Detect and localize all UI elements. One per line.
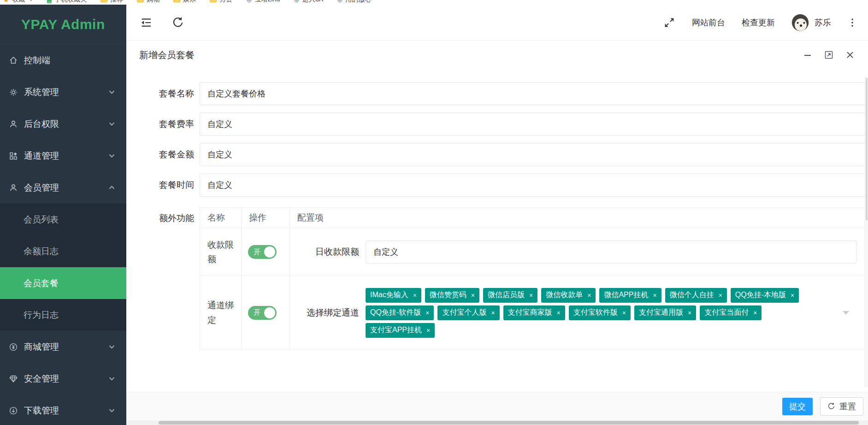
refresh-icon[interactable] (172, 17, 184, 29)
channel-tag[interactable]: 微信APP挂机× (599, 288, 661, 303)
bookmark-item[interactable]: ⊕ 用的放心 (337, 0, 372, 4)
tag-remove-icon[interactable]: × (471, 292, 475, 299)
sidebar-item-label: 安全管理 (24, 373, 108, 385)
sidebar-item-system[interactable]: 系统管理 (0, 76, 126, 108)
bookmark-item[interactable]: 推荐 (100, 0, 123, 4)
channel-binding-toggle[interactable]: 开 (248, 306, 277, 320)
tag-remove-icon[interactable]: × (557, 309, 561, 317)
check-update-link[interactable]: 检查更新 (742, 17, 775, 28)
sidebar-item-members[interactable]: 会员管理 (0, 172, 126, 204)
package-rate-input[interactable] (200, 113, 865, 136)
sidebar-item-behavior-log[interactable]: 行为日志 (0, 299, 126, 331)
package-time-input[interactable] (200, 174, 865, 197)
sidebar-item-downloads[interactable]: 下载管理 (0, 395, 126, 425)
field-label-package-amount: 套餐金额 (159, 149, 194, 161)
channel-tag[interactable]: QQ免挂-本地版× (731, 288, 799, 303)
tag-remove-icon[interactable]: × (719, 292, 722, 299)
maximize-icon[interactable] (824, 50, 834, 60)
package-amount-input[interactable] (200, 143, 865, 166)
package-name-input[interactable] (200, 82, 865, 105)
sidebar-item-security[interactable]: 安全管理 (0, 363, 126, 395)
table-row-channel-binding: 通道绑定 开 选择绑定通道 (200, 276, 865, 350)
channel-tag[interactable]: 微信赞赏码× (425, 288, 479, 303)
tag-remove-icon[interactable]: × (622, 309, 626, 317)
channel-tag[interactable]: 微信收款单× (541, 288, 596, 303)
chevron-down-icon (108, 152, 115, 159)
tag-remove-icon[interactable]: × (791, 292, 794, 299)
browser-bookmarks-bar: ★ 收藏 ▼ 手机收藏夹 推荐 购物 娱乐 办公 ⊕ 宝塔Linu ⊕ (0, 0, 868, 5)
close-icon[interactable] (845, 50, 855, 60)
chevron-down-icon (108, 120, 115, 127)
phone-icon (47, 0, 52, 3)
tag-remove-icon[interactable]: × (653, 292, 656, 299)
sidebar-item-label: 后台权限 (24, 118, 108, 130)
folder-icon (137, 0, 144, 2)
bookmark-label: 娱乐 (183, 0, 196, 4)
bookmark-item[interactable]: ⊕ 宝塔Linu (246, 0, 280, 4)
horizontal-scrollbar[interactable] (126, 420, 868, 425)
fullscreen-icon[interactable] (663, 17, 675, 29)
tag-remove-icon[interactable]: × (529, 292, 533, 299)
bookmark-label: 用的放心 (346, 0, 372, 4)
tag-remove-icon[interactable]: × (491, 309, 495, 317)
payment-limit-toggle[interactable]: 开 (248, 245, 277, 259)
channel-tag[interactable]: 支付宝个人版× (437, 305, 499, 320)
tag-remove-icon[interactable]: × (688, 309, 691, 317)
channel-tag[interactable]: 支付宝商家版× (503, 305, 565, 320)
tag-remove-icon[interactable]: × (753, 309, 757, 317)
sidebar-item-mall[interactable]: 商城管理 (0, 331, 126, 363)
vertical-scrollbar[interactable] (865, 77, 868, 387)
channel-tag[interactable]: 微信店员版× (483, 288, 537, 303)
minimize-icon[interactable] (803, 50, 813, 60)
channel-tag[interactable]: 支付宝通用版× (634, 305, 696, 320)
globe-icon: ⊕ (294, 0, 300, 3)
bookmark-label: 进入3A (302, 0, 323, 4)
sidebar-item-label: 会员列表 (24, 214, 59, 226)
chevron-down-icon: ▼ (29, 0, 33, 2)
tag-remove-icon[interactable]: × (426, 327, 430, 334)
tag-remove-icon[interactable]: × (425, 309, 429, 317)
bookmark-item[interactable]: 娱乐 (173, 0, 196, 4)
channel-tag[interactable]: 支付宝APP挂机× (366, 323, 435, 338)
select-chevron-icon[interactable] (843, 311, 849, 315)
channel-multiselect[interactable]: IMac免输入× 微信赞赏码× 微信店员版× 微信收款单× 微信APP挂机× 微… (366, 287, 865, 339)
scrollbar-thumb[interactable] (866, 78, 868, 221)
field-label-package-rate: 套餐费率 (159, 118, 194, 130)
bookmark-label: 宝塔Linu (255, 0, 280, 4)
bookmark-item[interactable]: ★ 收藏 ▼ (3, 0, 33, 4)
scrollbar-thumb[interactable] (159, 421, 859, 425)
sidebar-item-member-list[interactable]: 会员列表 (0, 204, 126, 235)
app-logo: YPAY Admin (0, 5, 126, 44)
bookmark-item[interactable]: 办公 (210, 0, 232, 4)
reset-refresh-icon (827, 402, 835, 410)
channel-tag[interactable]: 支付宝当面付× (700, 305, 762, 320)
site-frontend-link[interactable]: 网站前台 (692, 17, 725, 28)
collapse-sidebar-icon[interactable] (140, 17, 152, 29)
submit-button[interactable]: 提交 (782, 398, 813, 415)
reset-button[interactable]: 重置 (820, 397, 863, 416)
channel-tag[interactable]: 支付宝软件版× (569, 305, 631, 320)
bookmark-item[interactable]: 购物 (137, 0, 159, 4)
user-menu[interactable]: 苏乐 (791, 14, 831, 31)
bookmark-label: 手机收藏夹 (54, 0, 87, 4)
home-icon (9, 56, 18, 65)
channel-tag[interactable]: IMac免输入× (366, 288, 421, 303)
sidebar-item-channels[interactable]: 通道管理 (0, 140, 126, 172)
sidebar-item-balance-log[interactable]: 余额日志 (0, 235, 126, 267)
sidebar-item-member-packages[interactable]: 会员套餐 (0, 267, 126, 299)
bookmark-item[interactable]: 手机收藏夹 (47, 0, 87, 4)
top-navbar: 网站前台 检查更新 苏乐 (126, 5, 868, 41)
daily-limit-input[interactable] (366, 240, 856, 263)
channel-tag[interactable]: QQ免挂-软件版× (366, 305, 434, 320)
folder-icon (210, 0, 217, 2)
tag-remove-icon[interactable]: × (413, 292, 417, 299)
sidebar-item-label: 通道管理 (24, 150, 108, 162)
sidebar-item-admin-perms[interactable]: 后台权限 (0, 108, 126, 140)
more-menu-icon[interactable] (848, 17, 857, 29)
bookmark-item[interactable]: ⊕ 进入3A (294, 0, 323, 4)
channel-tag[interactable]: 微信个人自挂× (665, 288, 727, 303)
tag-remove-icon[interactable]: × (587, 292, 591, 299)
sidebar-item-dashboard[interactable]: 控制端 (0, 44, 126, 76)
gem-icon (9, 374, 18, 383)
download-icon (9, 406, 18, 415)
